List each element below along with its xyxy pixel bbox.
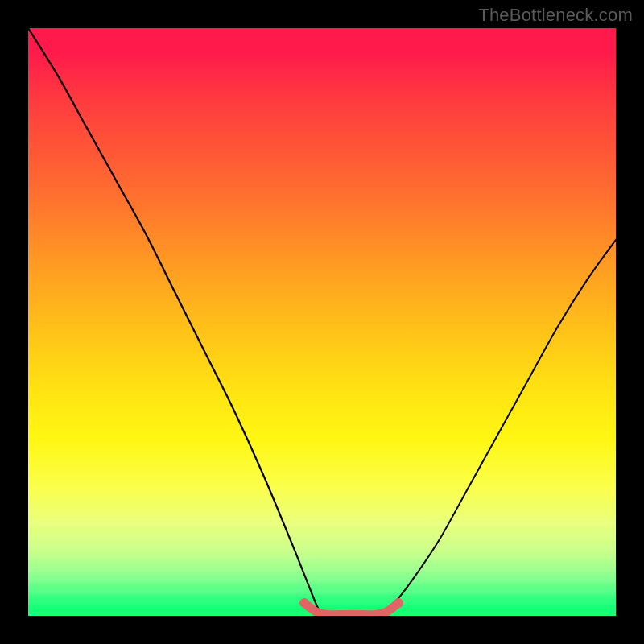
watermark-text: TheBottleneck.com	[478, 5, 633, 26]
curve-layer	[28, 28, 616, 616]
valley-marker-dot-left	[299, 598, 309, 608]
plot-area	[28, 28, 616, 616]
curve-left-branch	[28, 28, 322, 616]
curve-right-branch	[381, 240, 616, 616]
chart-frame: TheBottleneck.com	[0, 0, 644, 644]
valley-marker-dot-right	[394, 598, 403, 608]
valley-marker	[304, 603, 398, 615]
